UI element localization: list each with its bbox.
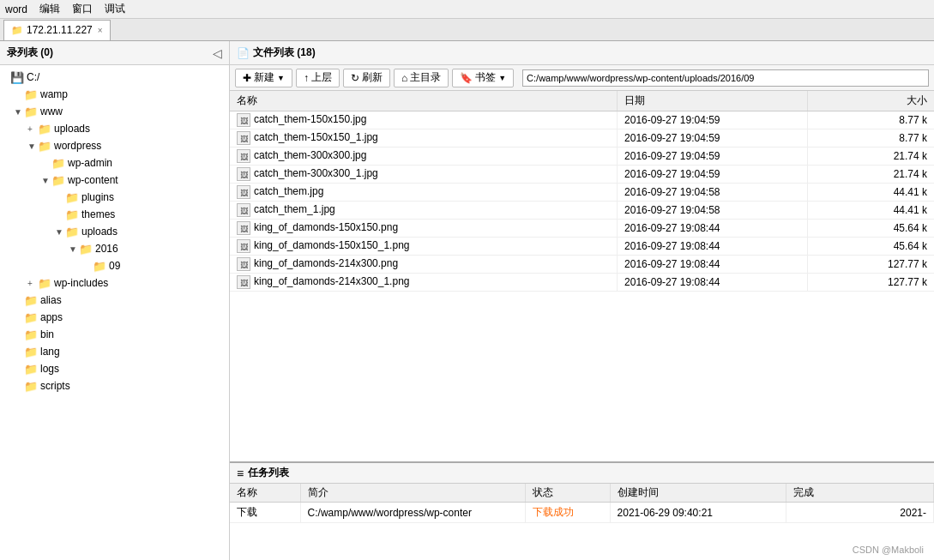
- tree-item-apps[interactable]: 📁apps: [0, 309, 229, 326]
- file-table-header-row: 名称 日期 大小: [230, 91, 934, 111]
- tree-item-themes[interactable]: 📁themes: [0, 206, 229, 223]
- tree-toggle-uploads2[interactable]: ▼: [55, 227, 65, 237]
- file-icon: 🖼: [237, 113, 250, 127]
- file-row[interactable]: 🖼catch_them.jpg 2016-09-27 19:04:58 44.4…: [230, 184, 934, 202]
- tree-toggle-wp-includes[interactable]: +: [27, 279, 38, 288]
- file-date-cell: 2016-09-27 19:04:59: [618, 166, 808, 184]
- file-row[interactable]: 🖼king_of_damonds-214x300.png 2016-09-27 …: [230, 256, 934, 274]
- tasks-header: ≡ 任务列表: [230, 463, 934, 484]
- tab-remote[interactable]: 📁 172.21.11.227 ×: [3, 20, 111, 40]
- tree-label-uploads2: uploads: [81, 226, 118, 238]
- tree-item-uploads2[interactable]: ▼📁uploads: [0, 223, 229, 240]
- left-panel: 录列表 (0) ◁ 💾C:/📁wamp▼📁www+📁uploads▼📁wordp…: [0, 41, 230, 560]
- bookmark-label: 书签: [475, 70, 496, 85]
- tree-toggle-wp-content[interactable]: ▼: [41, 176, 51, 185]
- file-icon: 🖼: [237, 167, 250, 181]
- tree-toggle-www[interactable]: ▼: [14, 107, 24, 117]
- menu-debug[interactable]: 调试: [105, 2, 125, 16]
- tree-folder-icon-wp-content: 📁: [51, 174, 65, 187]
- collapse-button[interactable]: ◁: [213, 46, 222, 60]
- tree-item-wp-content[interactable]: ▼📁wp-content: [0, 172, 229, 189]
- tree-item-c[interactable]: 💾C:/: [0, 69, 229, 86]
- tree-item-lang[interactable]: 📁lang: [0, 343, 229, 360]
- file-table: 名称 日期 大小 🖼catch_them-150x150.jpg 2016-09…: [230, 91, 934, 292]
- file-icon: 🖼: [237, 239, 250, 253]
- file-name-cell: 🖼catch_them-150x150.jpg: [230, 111, 618, 129]
- tasks-col-desc: 简介: [300, 484, 526, 503]
- refresh-button[interactable]: ↻ 刷新: [343, 69, 390, 87]
- tasks-header-row: 名称 简介 状态 创建时间 完成: [230, 484, 934, 503]
- tree-item-www[interactable]: ▼📁www: [0, 103, 229, 120]
- file-row[interactable]: 🖼king_of_damonds-214x300_1.png 2016-09-2…: [230, 274, 934, 292]
- watermark: CSDN @Makboli: [853, 545, 924, 555]
- bookmark-button[interactable]: 🔖 书签 ▼: [452, 69, 514, 87]
- file-size-cell: 44.41 k: [807, 184, 934, 202]
- path-input[interactable]: [522, 69, 929, 87]
- file-date-cell: 2016-09-27 19:08:44: [618, 274, 808, 292]
- tree-folder-icon-plugins: 📁: [65, 191, 79, 204]
- tree-folder-icon-logs: 📁: [24, 363, 38, 376]
- tree-folder-icon-lang: 📁: [24, 346, 38, 358]
- tree-label-wp-content: wp-content: [68, 174, 118, 186]
- file-icon: 🖼: [237, 203, 250, 217]
- menu-window[interactable]: 窗口: [72, 2, 93, 16]
- up-button[interactable]: ↑ 上层: [296, 69, 340, 87]
- tree-item-2016[interactable]: ▼📁2016: [0, 240, 229, 257]
- file-row[interactable]: 🖼king_of_damonds-150x150.png 2016-09-27 …: [230, 220, 934, 238]
- file-row[interactable]: 🖼catch_them-300x300_1.jpg 2016-09-27 19:…: [230, 166, 934, 184]
- tree-folder-icon-scripts: 📁: [24, 380, 38, 393]
- tree-item-wp-includes[interactable]: +📁wp-includes: [0, 274, 229, 292]
- new-label: 新建: [254, 70, 274, 85]
- tree-folder-icon-wordpress: 📁: [38, 140, 51, 153]
- bookmark-icon: 🔖: [460, 72, 473, 84]
- file-icon: 🖼: [237, 149, 250, 163]
- menu-bar: word 编辑 窗口 调试: [0, 0, 934, 19]
- tree-item-plugins[interactable]: 📁plugins: [0, 189, 229, 206]
- tree-item-scripts[interactable]: 📁scripts: [0, 377, 229, 394]
- new-icon: ✚: [243, 72, 251, 84]
- tasks-col-done: 完成: [786, 484, 933, 503]
- file-row[interactable]: 🖼catch_them-150x150.jpg 2016-09-27 19:04…: [230, 111, 934, 129]
- tree-folder-icon-apps: 📁: [24, 311, 38, 324]
- tree-item-wamp[interactable]: 📁wamp: [0, 86, 229, 103]
- tab-bar: 📁 172.21.11.227 ×: [0, 19, 934, 41]
- tree-item-uploads1[interactable]: +📁uploads: [0, 120, 229, 137]
- file-row[interactable]: 🖼catch_them-150x150_1.jpg 2016-09-27 19:…: [230, 129, 934, 148]
- file-row[interactable]: 🖼catch_them_1.jpg 2016-09-27 19:04:58 44…: [230, 202, 934, 220]
- file-row[interactable]: 🖼catch_them-300x300.jpg 2016-09-27 19:04…: [230, 148, 934, 166]
- col-date: 日期: [618, 91, 808, 111]
- tree-item-alias[interactable]: 📁alias: [0, 292, 229, 309]
- tree-item-09[interactable]: 📁09: [0, 257, 229, 274]
- new-button[interactable]: ✚ 新建 ▼: [235, 69, 292, 87]
- file-icon: 🖼: [237, 275, 250, 289]
- file-size-cell: 21.74 k: [807, 148, 934, 166]
- tree-item-wordpress[interactable]: ▼📁wordpress: [0, 137, 229, 154]
- tree-folder-icon-bin: 📁: [24, 328, 38, 341]
- menu-word[interactable]: word: [5, 3, 27, 15]
- menu-edit[interactable]: 编辑: [39, 2, 60, 16]
- file-size-cell: 8.77 k: [807, 111, 934, 129]
- tree-label-logs: logs: [40, 363, 59, 375]
- tree-label-c: C:/: [27, 71, 39, 83]
- tree-toggle-uploads1[interactable]: +: [27, 124, 38, 134]
- tree-item-bin[interactable]: 📁bin: [0, 326, 229, 343]
- file-row[interactable]: 🖼king_of_damonds-150x150_1.png 2016-09-2…: [230, 238, 934, 256]
- file-size-cell: 127.77 k: [807, 256, 934, 274]
- tree-item-logs[interactable]: 📁logs: [0, 360, 229, 377]
- tree-label-wp-admin: wp-admin: [68, 157, 112, 169]
- tree-toggle-2016[interactable]: ▼: [69, 244, 79, 254]
- home-button[interactable]: ⌂ 主目录: [394, 69, 449, 87]
- file-date-cell: 2016-09-27 19:04:59: [618, 111, 808, 129]
- tree-toggle-wordpress[interactable]: ▼: [27, 142, 38, 151]
- tree-folder-icon-wp-admin: 📁: [51, 157, 65, 170]
- file-icon: 🖼: [237, 257, 250, 271]
- left-panel-title: 录列表 (0): [7, 45, 53, 60]
- file-icon: 🖼: [237, 185, 250, 199]
- tree-item-wp-admin[interactable]: 📁wp-admin: [0, 154, 229, 172]
- tree-label-uploads1: uploads: [54, 123, 90, 135]
- file-date-cell: 2016-09-27 19:04:59: [618, 129, 808, 148]
- tree-label-themes: themes: [81, 208, 115, 220]
- task-row[interactable]: 下载 C:/wamp/www/wordpress/wp-conter 下载成功 …: [230, 503, 934, 523]
- tab-close-button[interactable]: ×: [98, 26, 103, 35]
- tree-folder-icon-c: 💾: [10, 71, 24, 84]
